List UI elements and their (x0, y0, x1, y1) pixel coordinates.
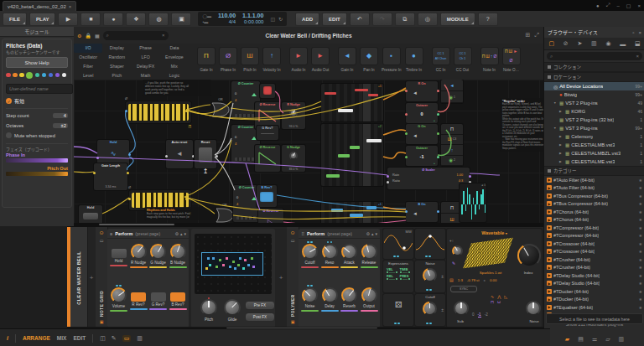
automation-icon[interactable]: ❖ (126, 13, 146, 26)
music-filter-icon[interactable]: ⬓ (635, 40, 641, 47)
favorite-star-icon[interactable]: ★ (639, 305, 642, 310)
tab-logic[interactable]: Logic (160, 70, 189, 80)
on-switch-module[interactable]: G On◄ (406, 124, 438, 144)
palette-tile[interactable]: ◄ (338, 47, 356, 65)
plugin-item[interactable]: ▶#TAuto Filter (64-bit)★ (544, 184, 644, 193)
param-toggle[interactable] (170, 292, 185, 302)
shape-icon[interactable]: ⊓ (491, 299, 494, 304)
palette-note-o-[interactable]: ΠШ►ØNote O… (502, 47, 521, 72)
module-color-dot[interactable] (19, 73, 24, 78)
favorite-star-icon[interactable]: ★ (639, 257, 642, 262)
param-b-nudge[interactable]: B Nudge (169, 240, 188, 268)
close-icon[interactable]: × (637, 3, 641, 8)
add-device-slot[interactable]: + (87, 274, 96, 281)
devices-filter-icon[interactable]: ▢ (548, 40, 554, 47)
stop-icon[interactable]: ■ (80, 13, 101, 26)
palette-tile[interactable]: Π (197, 47, 216, 65)
record-icon[interactable]: ● (103, 13, 123, 26)
search-clear-icon[interactable]: × (636, 54, 639, 59)
play-icon[interactable]: ▶ (58, 13, 78, 26)
tree-item-vst-2-plug-ins-32-bit-[interactable]: ▦VST 2 Plug-ins (32 bit)1 (544, 116, 644, 124)
palette-tile[interactable]: ΠШ↑Ø (480, 47, 499, 65)
page-up-icon[interactable]: ▴ (371, 231, 374, 236)
file-icon[interactable]: ▤ (578, 336, 584, 343)
scaler-row[interactable]: Rate1.00 (387, 173, 470, 178)
palette-tile[interactable]: ► (311, 47, 330, 65)
palette-tile[interactable]: Ø (219, 47, 237, 65)
pitch-knob[interactable] (200, 299, 217, 316)
field-value[interactable]: 4 (53, 113, 68, 118)
favorite-star-icon[interactable]: ★ (639, 265, 642, 270)
plugin-item[interactable]: ▶#TCompressor (64-bit)★ (544, 224, 644, 232)
tab-lfo[interactable]: LFO (132, 53, 160, 62)
param-output[interactable]: Output (360, 284, 379, 312)
scaler-row[interactable]: Ratio4:3 (387, 178, 470, 184)
port[interactable] (96, 157, 99, 159)
port[interactable] (469, 175, 471, 178)
favorite-star-icon[interactable]: ★ (639, 297, 642, 302)
favorite-star-icon[interactable]: ★ (639, 225, 642, 230)
note-out-cell[interactable]: ◉1 (441, 91, 463, 103)
module-g-rev-[interactable]: G Rev? (257, 126, 278, 140)
tab-envelope[interactable]: Envelope (160, 53, 189, 62)
tree-item-vst-3-plug-ins[interactable]: ▼▦VST 3 Plug-ins99+ (544, 124, 644, 132)
param-toggle[interactable] (151, 292, 166, 302)
keys-icon[interactable]: ▥ (619, 336, 625, 343)
rev-toggle-module[interactable]: B Rev? (257, 185, 277, 207)
tab-pitch[interactable]: Pitch (102, 70, 131, 80)
mod-pencil-icon[interactable]: ✎ (452, 261, 455, 266)
palette-gain-in[interactable]: ◄Gain In (338, 47, 356, 72)
port[interactable] (405, 132, 408, 135)
tab-random[interactable]: Random (102, 53, 131, 62)
mod-wheel-cell[interactable]: MW (383, 229, 413, 259)
favorite-star-icon[interactable]: ★ (639, 217, 642, 222)
on-switch-module[interactable]: B On◄ (406, 202, 438, 222)
sync-badge[interactable]: SYNC (450, 286, 477, 292)
enabled-checkbox[interactable]: ✓ (6, 98, 12, 104)
page-down-icon[interactable]: ▾ (184, 231, 186, 236)
tab-math[interactable]: Math (132, 70, 160, 80)
palette-tile[interactable]: CC 1Ch 1 (454, 47, 472, 65)
dice-icon[interactable]: ⚄ (383, 300, 413, 309)
param-b-rev-[interactable]: B Rev? (169, 284, 188, 310)
favorite-star-icon[interactable]: ★ (639, 178, 642, 183)
note-out-cell[interactable]: ШC3 (441, 135, 463, 146)
rev-toggle-module[interactable] (260, 84, 275, 98)
palette-velocity-in[interactable]: ↑Velocity In (262, 47, 281, 72)
tree-item-korg[interactable]: ▶▦KORG46 (544, 107, 644, 116)
param-reso[interactable]: Reso (320, 240, 340, 268)
palette-note-in[interactable]: ΠШ↑ØNote In (480, 47, 499, 72)
port[interactable] (128, 198, 131, 200)
param-knob[interactable] (341, 287, 357, 303)
tab-delay-fx[interactable]: Delay/FX (132, 62, 160, 71)
param-knob[interactable] (302, 287, 318, 303)
param-r-nudge[interactable]: R Nudge (129, 240, 148, 268)
page-up-icon[interactable]: ▴ (180, 231, 183, 236)
reverse-module[interactable]: Ø Reverse (255, 145, 280, 172)
tree-item-celestialmb-vst3[interactable]: ▶▦CELESTIALMB.vst31 (544, 141, 644, 149)
port[interactable] (437, 210, 439, 213)
port[interactable] (437, 132, 439, 135)
expression-rel[interactable]: REL (387, 274, 397, 280)
wavetable-display[interactable] (463, 237, 513, 268)
plugin-item[interactable]: ▶#TAuto Filter (64-bit)★ (544, 176, 644, 184)
expression-pres[interactable]: PRES (400, 274, 411, 280)
param-attack[interactable]: Attack (340, 240, 359, 268)
noise-knob[interactable] (526, 301, 541, 316)
module-button[interactable] (261, 133, 274, 134)
favorite-star-icon[interactable]: ★ (639, 194, 642, 199)
wrench-icon[interactable]: ⚙ (366, 231, 369, 236)
gear-icon[interactable]: ⚙ (77, 33, 81, 39)
module-color-dot[interactable] (62, 73, 67, 78)
tree-item-vst-2-plug-ins[interactable]: ▼▦VST 2 Plug-ins49 (544, 99, 644, 107)
curve-cell[interactable] (415, 229, 445, 259)
gates-module[interactable]: ØΠ (126, 101, 191, 123)
palette-tile[interactable]: ► (289, 47, 308, 65)
param-knob[interactable] (302, 244, 318, 260)
note-out-module[interactable]: ◄◉1 (441, 80, 463, 103)
plugin-item[interactable]: ▶#TCrossover (64-bit)★ (544, 248, 644, 256)
device-power-icon[interactable]: ⊙ (290, 230, 294, 235)
play-time[interactable]: 0:00.000 (244, 19, 263, 25)
pointer-icon[interactable]: ➤ (577, 40, 582, 47)
plugin-item[interactable]: ▶#TCrusher (64-bit)★ (544, 256, 644, 264)
